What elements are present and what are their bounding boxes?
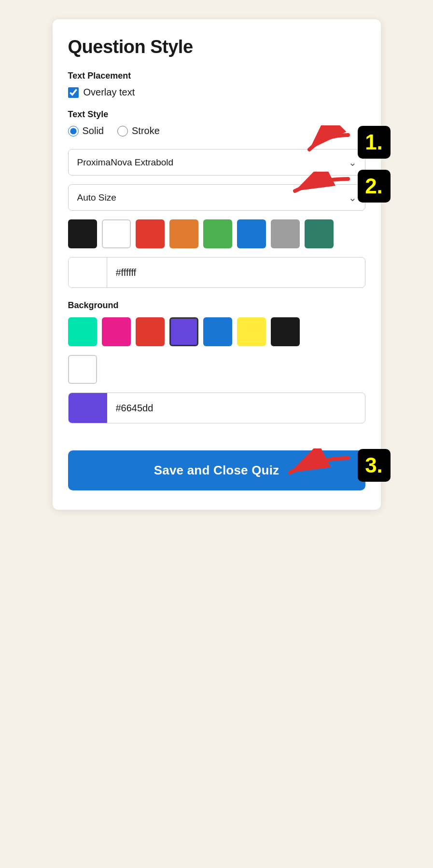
bg-color-pink[interactable] <box>102 317 131 346</box>
text-color-red[interactable] <box>136 219 165 248</box>
background-label: Background <box>68 300 365 311</box>
panel-title: Question Style <box>68 37 365 57</box>
overlay-text-row: Overlay text <box>68 87 365 98</box>
text-color-swatches <box>68 219 365 248</box>
save-and-close-button[interactable]: Save and Close Quiz <box>68 450 365 490</box>
size-select-wrapper: Auto Size Small Medium Large ⌄ <box>68 184 365 211</box>
bg-color-blue[interactable] <box>203 317 232 346</box>
text-color-input-row: #ffffff <box>68 257 365 288</box>
overlay-text-label: Overlay text <box>84 87 135 98</box>
background-color-swatches <box>68 317 365 346</box>
text-color-green[interactable] <box>203 219 232 248</box>
solid-option: Solid <box>68 125 104 136</box>
stroke-radio[interactable] <box>117 126 128 136</box>
text-color-blue[interactable] <box>237 219 266 248</box>
bg-color-yellow[interactable] <box>237 317 266 346</box>
bg-color-red[interactable] <box>136 317 165 346</box>
text-placement-label: Text Placement <box>68 71 365 81</box>
question-style-panel: Question Style Text Placement Overlay te… <box>53 19 381 510</box>
text-style-label: Text Style <box>68 109 365 120</box>
solid-radio[interactable] <box>68 126 79 136</box>
stroke-label: Stroke <box>132 125 160 136</box>
text-color-white[interactable] <box>102 219 131 248</box>
text-color-orange[interactable] <box>169 219 198 248</box>
font-select-wrapper: ProximaNova Extrabold Arial Helvetica Ge… <box>68 149 365 176</box>
background-color-swatches-2 <box>68 355 365 384</box>
font-select[interactable]: ProximaNova Extrabold Arial Helvetica Ge… <box>68 149 365 176</box>
bg-color-black[interactable] <box>271 317 300 346</box>
bg-color-white[interactable] <box>68 355 97 384</box>
stroke-option: Stroke <box>117 125 160 136</box>
bg-color-input-row: #6645dd <box>68 393 365 423</box>
bg-color-hex-input[interactable]: #6645dd <box>107 393 365 423</box>
text-color-hex-input[interactable]: #ffffff <box>107 258 365 287</box>
text-color-gray[interactable] <box>271 219 300 248</box>
text-style-row: Solid Stroke <box>68 125 365 136</box>
size-select[interactable]: Auto Size Small Medium Large <box>68 184 365 211</box>
text-color-preview[interactable] <box>69 258 107 287</box>
solid-label: Solid <box>83 125 104 136</box>
overlay-text-checkbox[interactable] <box>68 87 79 98</box>
text-color-black[interactable] <box>68 219 97 248</box>
text-color-teal[interactable] <box>305 219 334 248</box>
bg-color-preview[interactable] <box>69 393 107 423</box>
bg-color-teal[interactable] <box>68 317 97 346</box>
bg-color-purple[interactable] <box>169 317 198 346</box>
